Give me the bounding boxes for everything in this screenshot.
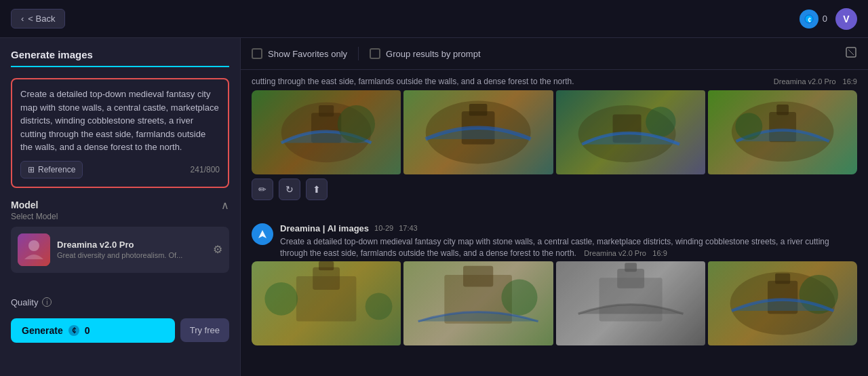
svg-rect-33 — [463, 266, 493, 287]
model-info: Dreamina v2.0 Pro Great diversity and ph… — [57, 240, 206, 259]
left-panel: Generate images Create a detailed top-do… — [0, 38, 241, 376]
group-checkbox[interactable] — [370, 48, 380, 59]
generate-bar: Generate ₵ 0 Try free — [11, 318, 229, 343]
model-name: Dreamina v2.0 Pro — [57, 240, 206, 250]
char-count: 241/800 — [191, 165, 220, 174]
sender-date: 10-29 — [374, 224, 393, 232]
sender-time: 17:43 — [399, 224, 418, 232]
svg-point-34 — [502, 280, 538, 316]
svg-rect-14 — [469, 104, 488, 116]
reference-label: Reference — [38, 165, 75, 174]
result-image-2-4[interactable] — [708, 261, 857, 345]
refresh-icon-1: ↻ — [285, 184, 294, 195]
svg-line-5 — [848, 50, 854, 55]
panel-title-area: Generate images — [11, 49, 229, 67]
edit-icon-1: ✏ — [258, 184, 267, 195]
result-section-2: Dreamina | AI images 10-29 17:43 Create … — [252, 218, 857, 345]
download-icon[interactable] — [845, 46, 857, 61]
upload-button-1[interactable]: ⬆ — [306, 178, 328, 200]
image-grid-1 — [252, 90, 857, 174]
sender-info: Dreamina | AI images 10-29 17:43 Create … — [280, 223, 857, 259]
quality-row: Quality i — [11, 297, 229, 307]
prompt-footer: ⊞ Reference 241/800 — [20, 161, 220, 178]
svg-point-23 — [735, 113, 762, 140]
group-label: Group results by prompt — [386, 49, 480, 59]
result-ratio-tag-1: 16:9 — [843, 77, 857, 86]
coin-area: ₵ 0 — [800, 10, 827, 29]
back-label: < Back — [28, 14, 55, 24]
back-button[interactable]: ‹ < Back — [11, 9, 65, 29]
back-icon: ‹ — [21, 14, 24, 24]
select-model-label: Select Model — [11, 212, 229, 221]
toolbar: Show Favorites only Group results by pro… — [241, 38, 868, 70]
sender-name-row: Dreamina | AI images 10-29 17:43 — [280, 223, 857, 233]
svg-point-29 — [264, 282, 298, 316]
result-image-2-1[interactable] — [252, 261, 401, 345]
sender-name: Dreamina | AI images — [280, 223, 369, 233]
model-section: Model ∧ Select Model — [11, 199, 229, 273]
collapse-icon[interactable]: ∧ — [221, 199, 229, 212]
svg-rect-42 — [775, 274, 790, 284]
result-image-1-3[interactable] — [556, 90, 705, 174]
svg-point-18 — [646, 107, 675, 136]
try-free-button[interactable]: Try free — [180, 318, 229, 342]
favorites-label: Show Favorites only — [268, 49, 347, 59]
favorites-toggle[interactable]: Show Favorites only — [252, 48, 347, 59]
svg-rect-22 — [776, 105, 789, 115]
feed: cutting through the east side, farmlands… — [241, 70, 868, 376]
svg-point-10 — [338, 105, 375, 143]
reference-button[interactable]: ⊞ Reference — [20, 161, 83, 178]
quality-label: Quality — [11, 297, 38, 307]
result-image-1-2[interactable] — [403, 90, 553, 174]
panel-title: Generate images — [11, 49, 229, 67]
reference-icon: ⊞ — [28, 165, 35, 174]
result-section-1: cutting through the east side, farmlands… — [252, 70, 857, 204]
action-row-1: ✏ ↻ ⬆ — [252, 174, 857, 204]
upload-icon-1: ⬆ — [313, 184, 321, 195]
model-settings-icon[interactable]: ⚙ — [213, 243, 222, 256]
svg-point-30 — [366, 293, 393, 320]
result-image-1-1[interactable] — [252, 90, 401, 174]
generate-label: Generate — [22, 325, 63, 336]
model-desc: Great diversity and photorealism. Of... — [57, 251, 206, 259]
sender-ratio-tag: 16:9 — [652, 249, 667, 257]
header: ‹ < Back ₵ 0 V — [0, 0, 868, 38]
quality-info-icon[interactable]: i — [42, 297, 52, 307]
sender-row: Dreamina | AI images 10-29 17:43 Create … — [252, 218, 857, 262]
coin-icon: ₵ — [800, 10, 818, 29]
result-image-2-3[interactable] — [556, 261, 705, 345]
right-panel: Show Favorites only Group results by pro… — [241, 38, 868, 376]
model-section-title: Model — [11, 200, 38, 210]
toolbar-divider — [358, 47, 359, 60]
result-image-2-2[interactable] — [403, 261, 553, 345]
generate-coin-count: 0 — [85, 325, 90, 336]
result-prompt-1: cutting through the east side, farmlands… — [252, 77, 767, 86]
result-image-1-4[interactable] — [708, 90, 857, 174]
model-section-header: Model ∧ — [11, 199, 229, 212]
header-right: ₵ 0 V — [800, 8, 857, 30]
refresh-button-1[interactable]: ↻ — [279, 178, 300, 200]
svg-rect-9 — [319, 105, 334, 117]
group-toggle[interactable]: Group results by prompt — [370, 48, 480, 59]
svg-point-3 — [28, 240, 39, 251]
avatar[interactable]: V — [835, 8, 857, 30]
sender-icon — [252, 223, 273, 245]
generate-coin-icon: ₵ — [68, 325, 79, 336]
result-model-tag-1: Dreamina v2.0 Pro — [774, 77, 836, 86]
svg-rect-28 — [319, 261, 334, 270]
model-thumbnail — [18, 233, 50, 266]
result-meta-1: cutting through the east side, farmlands… — [252, 70, 857, 90]
coin-count: 0 — [823, 14, 827, 24]
main-layout: Generate images Create a detailed top-do… — [0, 38, 868, 376]
svg-rect-27 — [313, 267, 340, 290]
favorites-checkbox[interactable] — [252, 48, 262, 59]
sender-model-tag: Dreamina v2.0 Pro — [584, 249, 646, 257]
edit-button-1[interactable]: ✏ — [252, 178, 273, 200]
model-card[interactable]: Dreamina v2.0 Pro Great diversity and ph… — [11, 227, 229, 273]
svg-text:₵: ₵ — [807, 17, 810, 23]
sender-prompt: Create a detailed top-down medieval fant… — [280, 236, 857, 259]
generate-button[interactable]: Generate ₵ 0 — [11, 318, 175, 343]
prompt-box[interactable]: Create a detailed top-down medieval fant… — [11, 78, 229, 188]
image-grid-2 — [252, 261, 857, 345]
prompt-text[interactable]: Create a detailed top-down medieval fant… — [20, 88, 220, 154]
